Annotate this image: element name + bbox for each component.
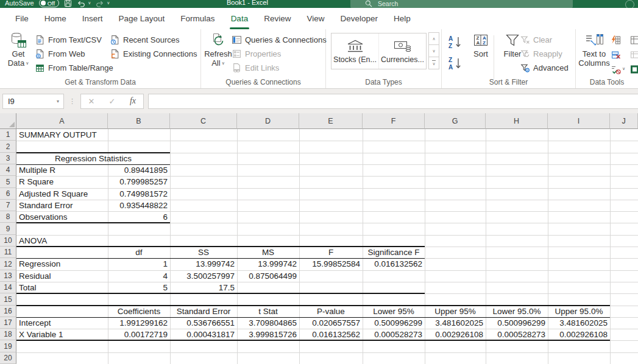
cell-E11[interactable]: F bbox=[299, 247, 363, 258]
autosave-toggle[interactable]: Off bbox=[39, 0, 60, 7]
cell-D18[interactable]: 3.999815726 bbox=[237, 329, 299, 340]
stocks-data-type-button[interactable]: Stocks (En... bbox=[331, 33, 378, 69]
row-header-14[interactable]: 14 bbox=[0, 282, 16, 293]
cell-A3[interactable]: Regression Statistics bbox=[16, 153, 170, 164]
col-header-H[interactable]: H bbox=[486, 113, 548, 129]
cell-F12[interactable]: 0.016132562 bbox=[363, 258, 425, 270]
currencies-data-type-button[interactable]: Currencies... bbox=[378, 33, 426, 69]
undo-icon[interactable] bbox=[77, 0, 85, 7]
formula-input[interactable] bbox=[148, 94, 638, 109]
row-header-3[interactable]: 3 bbox=[0, 153, 16, 164]
remove-duplicates-button[interactable] bbox=[611, 47, 625, 61]
cell-G17[interactable]: 3.481602025 bbox=[425, 317, 486, 329]
cell-C13[interactable]: 3.500257997 bbox=[170, 270, 237, 282]
gallery-scroll-up-icon[interactable]: ∧ bbox=[428, 32, 439, 45]
cell-A17[interactable]: Intercept bbox=[16, 317, 108, 329]
cell-E18[interactable]: 0.016132562 bbox=[299, 329, 363, 340]
cell-A10[interactable]: ANOVA bbox=[16, 235, 108, 247]
sort-descending-button[interactable]: ZA bbox=[445, 55, 464, 72]
row-header-19[interactable]: 19 bbox=[0, 340, 16, 352]
name-box[interactable]: I9 ▾ bbox=[2, 94, 64, 109]
cell-B4[interactable]: 0.89441895 bbox=[108, 164, 170, 176]
row-header-2[interactable]: 2 bbox=[0, 141, 16, 153]
cell-A8[interactable]: Observations bbox=[16, 211, 108, 223]
tab-data[interactable]: Data bbox=[223, 8, 257, 29]
cell-A5[interactable]: R Square bbox=[16, 176, 108, 188]
tab-review[interactable]: Review bbox=[256, 8, 299, 29]
cell-D16[interactable]: t Stat bbox=[237, 306, 299, 317]
cell-I16[interactable]: Upper 95.0% bbox=[548, 306, 610, 317]
row-header-1[interactable]: 1 bbox=[0, 129, 16, 141]
cell-H17[interactable]: 0.500996299 bbox=[486, 317, 548, 329]
col-header-I[interactable]: I bbox=[548, 113, 610, 129]
cell-A18[interactable]: X Variable 1 bbox=[16, 329, 108, 340]
insert-function-icon[interactable]: fx bbox=[122, 96, 143, 106]
row-header-8[interactable]: 8 bbox=[0, 211, 16, 223]
col-header-G[interactable]: G bbox=[425, 113, 486, 129]
cell-D17[interactable]: 3.709804865 bbox=[237, 317, 299, 329]
cell-D11[interactable]: MS bbox=[237, 247, 299, 258]
cell-A14[interactable]: Total bbox=[16, 282, 108, 293]
cell-C18[interactable]: 0.000431817 bbox=[170, 329, 237, 340]
tab-formulas[interactable]: Formulas bbox=[172, 8, 222, 29]
account-avatar[interactable] bbox=[625, 0, 634, 8]
gallery-scroll-down-icon[interactable]: ∨ bbox=[428, 44, 439, 57]
row-header-12[interactable]: 12 bbox=[0, 258, 16, 270]
tab-page-layout[interactable]: Page Layout bbox=[111, 8, 173, 29]
cell-C14[interactable]: 17.5 bbox=[170, 282, 237, 293]
cell-B18[interactable]: 0.00172719 bbox=[108, 329, 170, 340]
cell-D12[interactable]: 13.999742 bbox=[237, 258, 299, 270]
cell-G18[interactable]: 0.002926108 bbox=[425, 329, 486, 340]
row-header-10[interactable]: 10 bbox=[0, 235, 16, 247]
flash-fill-button[interactable] bbox=[611, 32, 625, 47]
cell-F11[interactable]: Significance F bbox=[363, 247, 425, 258]
manage-data-model-button[interactable] bbox=[629, 61, 638, 76]
cell-C17[interactable]: 0.536766551 bbox=[170, 317, 237, 329]
cell-B6[interactable]: 0.749981572 bbox=[108, 188, 170, 200]
cell-E17[interactable]: 0.020657557 bbox=[299, 317, 363, 329]
col-header-F[interactable]: F bbox=[363, 113, 425, 129]
cell-I17[interactable]: 3.481602025 bbox=[548, 317, 610, 329]
row-header-18[interactable]: 18 bbox=[0, 329, 16, 340]
sort-ascending-button[interactable]: AZ bbox=[445, 33, 464, 51]
row-header-4[interactable]: 4 bbox=[0, 164, 16, 176]
row-header-5[interactable]: 5 bbox=[0, 176, 16, 188]
cell-E12[interactable]: 15.99852584 bbox=[299, 258, 363, 270]
row-header-20[interactable]: 20 bbox=[0, 352, 16, 364]
row-header-15[interactable]: 15 bbox=[0, 293, 16, 306]
cell-F16[interactable]: Lower 95% bbox=[363, 306, 425, 317]
cell-E16[interactable]: P-value bbox=[299, 306, 363, 317]
cell-H16[interactable]: Lower 95.0% bbox=[486, 306, 548, 317]
tab-developer[interactable]: Developer bbox=[332, 8, 386, 29]
recent-sources-button[interactable]: Recent Sources bbox=[110, 33, 197, 47]
cell-B14[interactable]: 5 bbox=[108, 282, 170, 293]
row-header-11[interactable]: 11 bbox=[0, 247, 16, 258]
cell-A6[interactable]: Adjusted R Square bbox=[16, 188, 108, 200]
row-header-17[interactable]: 17 bbox=[0, 317, 16, 329]
cell-B5[interactable]: 0.799985257 bbox=[108, 176, 170, 188]
cell-A12[interactable]: Regression bbox=[16, 258, 108, 270]
cell-C16[interactable]: Standard Error bbox=[170, 306, 237, 317]
select-all-corner[interactable] bbox=[0, 113, 16, 129]
col-header-D[interactable]: D bbox=[237, 113, 299, 129]
cell-A7[interactable]: Standard Error bbox=[16, 200, 108, 211]
cell-C11[interactable]: SS bbox=[170, 247, 237, 258]
tab-view[interactable]: View bbox=[299, 8, 332, 29]
cell-B11[interactable]: df bbox=[108, 247, 170, 258]
cell-A1[interactable]: SUMMARY OUTPUT bbox=[16, 129, 108, 141]
col-header-C[interactable]: C bbox=[170, 113, 237, 129]
row-header-7[interactable]: 7 bbox=[0, 200, 16, 211]
row-header-16[interactable]: 16 bbox=[0, 306, 16, 317]
cell-C12[interactable]: 13.999742 bbox=[170, 258, 237, 270]
cell-B16[interactable]: Coefficients bbox=[108, 306, 170, 317]
tab-insert[interactable]: Insert bbox=[74, 8, 111, 29]
advanced-filter-button[interactable]: Advanced bbox=[520, 61, 569, 75]
save-icon[interactable] bbox=[64, 0, 72, 7]
cell-F18[interactable]: 0.000528273 bbox=[363, 329, 425, 340]
cell-G16[interactable]: Upper 95% bbox=[425, 306, 486, 317]
name-box-dropdown-icon[interactable]: ▾ bbox=[52, 99, 63, 104]
search-box[interactable]: Search bbox=[350, 0, 573, 8]
get-data-button[interactable]: Get Data∨ bbox=[2, 32, 34, 68]
cell-B8[interactable]: 6 bbox=[108, 211, 170, 223]
cell-H18[interactable]: 0.000528273 bbox=[486, 329, 548, 340]
